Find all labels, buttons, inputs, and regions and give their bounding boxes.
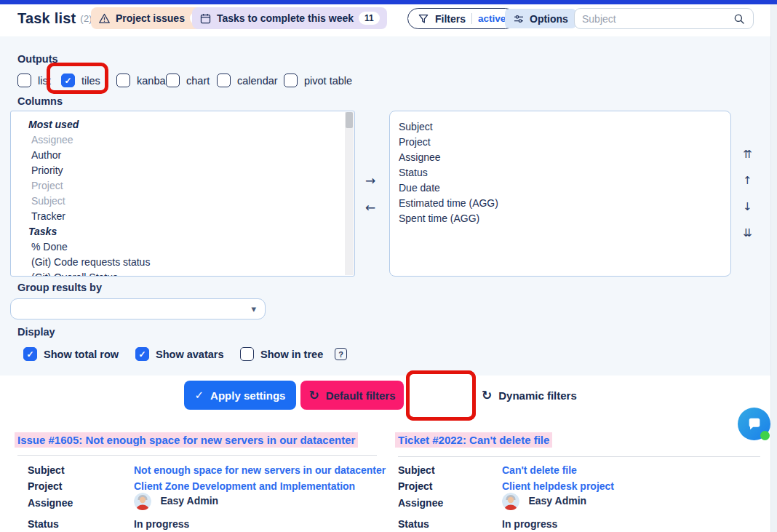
column-option[interactable]: (Git) Overall Status	[11, 270, 354, 277]
listbox-scrollbar-thumb[interactable]	[346, 112, 353, 128]
column-option[interactable]: Author	[11, 148, 354, 163]
chevron-down-icon: ▾	[251, 303, 256, 314]
avatar[interactable]	[502, 493, 519, 510]
search-icon[interactable]	[733, 12, 746, 25]
checkbox-checked-icon[interactable]: ✓	[61, 74, 75, 87]
filters-active-status: active	[478, 13, 506, 24]
group-by-label: Group results by	[17, 282, 102, 293]
filters-divider	[471, 13, 472, 24]
selected-column[interactable]: Spent time (AGG)	[399, 211, 730, 226]
tile-subject-link[interactable]: Can't delete file	[502, 464, 577, 476]
chat-bubble-icon	[746, 416, 762, 432]
tasks-week-badge[interactable]: Tasks to complete this week 11	[192, 7, 387, 29]
display-section-label: Display	[17, 326, 55, 338]
display-checkbox-show-avatars[interactable]: ✓ Show avatars	[135, 347, 224, 361]
tile-status-value: In progress	[502, 518, 557, 530]
move-up-icon[interactable]: ↑	[743, 175, 752, 186]
save-button[interactable]: Save	[415, 381, 471, 410]
tile-subject-link[interactable]: Not enough space for new servers in our …	[134, 464, 386, 476]
listbox-scrollbar[interactable]	[345, 112, 354, 275]
column-option-disabled: Subject	[11, 194, 354, 209]
column-group: Tasks	[11, 224, 354, 239]
output-checkbox-list[interactable]: list	[17, 74, 51, 87]
checkbox-icon[interactable]	[17, 74, 31, 87]
tile-row-label: Subject	[398, 464, 435, 476]
apply-settings-label: Apply settings	[210, 389, 285, 402]
badge-count: 11	[359, 12, 380, 25]
refresh-icon: ↻	[482, 389, 492, 402]
column-option-disabled: Assignee	[11, 132, 354, 148]
checkbox-checked-icon[interactable]: ✓	[135, 347, 149, 361]
dynamic-filters-button[interactable]: ↻ Dynamic filters	[482, 381, 577, 410]
move-to-top-icon[interactable]: ⇈	[743, 149, 752, 160]
tile-project-link[interactable]: Client helpdesk project	[502, 480, 614, 492]
badge-label: Tasks to complete this week	[217, 12, 354, 24]
app-window: Task list(2) Project issues 4 Tasks to c…	[0, 0, 777, 532]
checkbox-icon[interactable]	[116, 74, 130, 87]
chat-online-indicator	[760, 431, 770, 440]
page-scrollbar[interactable]	[770, 4, 777, 532]
tile-project-link[interactable]: Client Zone Development and Implementati…	[134, 480, 355, 492]
checkbox-label: Show in tree	[260, 349, 323, 360]
checkbox-icon[interactable]	[217, 74, 231, 87]
checkbox-label: list	[38, 75, 51, 87]
move-right-icon[interactable]: →	[365, 175, 375, 187]
options-button[interactable]: Options	[505, 9, 576, 28]
move-down-icon[interactable]: ↓	[743, 202, 752, 213]
display-checkbox-show-total-row[interactable]: ✓ Show total row	[23, 347, 119, 361]
page-title-text: Task list	[17, 10, 76, 26]
output-checkbox-tiles[interactable]: ✓ tiles	[61, 74, 100, 87]
available-columns-listbox[interactable]: Most used Assignee Author Priority Proje…	[10, 111, 355, 277]
tile-title-ticket-2022[interactable]: Ticket #2022: Can't delete file	[395, 432, 552, 448]
help-icon[interactable]: ?	[335, 348, 347, 360]
display-checkbox-show-in-tree[interactable]: Show in tree ?	[240, 347, 347, 361]
move-to-bottom-icon[interactable]: ⇊	[743, 228, 752, 239]
options-label: Options	[530, 13, 568, 25]
checkbox-icon[interactable]	[166, 74, 180, 87]
checkbox-icon[interactable]	[284, 74, 298, 87]
selected-column[interactable]: Subject	[399, 119, 730, 135]
selected-column[interactable]: Due date	[399, 180, 730, 196]
help-question-mark: ?	[338, 350, 343, 359]
checkbox-label: calendar	[237, 75, 278, 87]
selected-columns-listbox[interactable]: Subject Project Assignee Status Due date…	[389, 111, 731, 277]
checkbox-checked-icon[interactable]: ✓	[23, 347, 37, 361]
save-label: Save	[440, 389, 466, 402]
tile-row-label: Project	[28, 480, 62, 492]
output-checkbox-pivot-table[interactable]: pivot table	[284, 74, 352, 87]
column-option[interactable]: Tracker	[11, 209, 354, 224]
assignee-name[interactable]: Easy Admin	[528, 495, 586, 507]
filter-funnel-icon	[418, 13, 429, 25]
move-left-icon[interactable]: ←	[365, 202, 375, 214]
dynamic-filters-label: Dynamic filters	[498, 389, 577, 402]
avatar[interactable]	[134, 493, 151, 510]
default-filters-button[interactable]: ↻ Default filters	[300, 381, 404, 410]
assignee-cell: Easy Admin	[134, 493, 218, 510]
column-option[interactable]: (Git) Code requests status	[11, 255, 354, 270]
selected-column[interactable]: Estimated time (AGG)	[399, 196, 730, 211]
output-checkbox-kanban[interactable]: kanban	[116, 74, 172, 87]
sliders-icon	[513, 13, 525, 25]
default-filters-label: Default filters	[326, 389, 396, 402]
search-field	[574, 8, 754, 29]
badge-label: Project issues	[116, 12, 185, 24]
apply-settings-button[interactable]: ✓ Apply settings	[184, 381, 296, 410]
checkbox-icon[interactable]	[240, 347, 254, 361]
output-checkbox-calendar[interactable]: calendar	[217, 74, 278, 87]
selected-column[interactable]: Project	[399, 135, 730, 150]
assignee-name[interactable]: Easy Admin	[160, 495, 218, 507]
checkbox-label: Show total row	[44, 349, 119, 360]
columns-section-label: Columns	[17, 95, 63, 107]
column-option[interactable]: % Done	[11, 239, 354, 255]
search-input[interactable]	[582, 13, 733, 25]
column-option[interactable]: Priority	[11, 163, 354, 178]
tile-title-issue-1605[interactable]: Issue #1605: Not enough space for new se…	[15, 432, 358, 448]
filters-button[interactable]: Filters active	[407, 8, 516, 29]
check-icon: ✓	[195, 389, 204, 402]
selected-column[interactable]: Status	[399, 165, 730, 180]
group-by-select[interactable]: ▾	[10, 298, 266, 319]
filters-label: Filters	[435, 13, 466, 25]
tile-divider	[17, 455, 377, 456]
output-checkbox-chart[interactable]: chart	[166, 74, 210, 87]
selected-column[interactable]: Assignee	[399, 150, 730, 165]
